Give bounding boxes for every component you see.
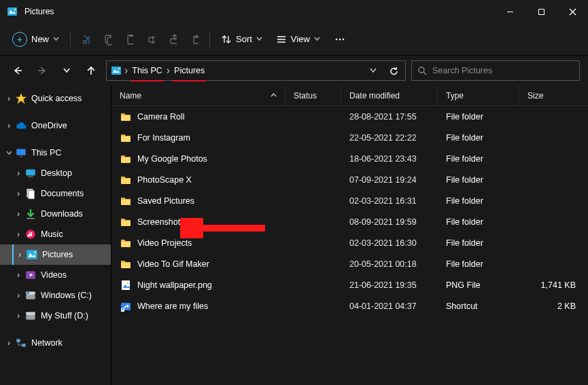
folder-icon: [120, 195, 132, 207]
forward-button[interactable]: [33, 61, 52, 80]
copy-button[interactable]: [97, 29, 118, 50]
file-size: 1,741 KB: [519, 280, 588, 290]
column-date[interactable]: Date modified: [341, 86, 438, 105]
refresh-button[interactable]: [385, 62, 402, 79]
sidebar-item-quick-access[interactable]: › Quick access: [0, 88, 111, 109]
table-row[interactable]: PhotoScape X07-09-2021 19:24File folder: [111, 169, 588, 190]
folder-icon: [120, 153, 132, 165]
address-history-button[interactable]: [364, 62, 382, 79]
svg-rect-38: [16, 149, 26, 155]
address-bar[interactable]: › This PC › Pictures: [106, 60, 406, 81]
table-row[interactable]: Night wallpaper.png21-06-2021 19:35PNG F…: [111, 274, 588, 295]
up-button[interactable]: [82, 61, 101, 80]
svg-rect-46: [27, 250, 37, 259]
cut-button[interactable]: [75, 29, 97, 50]
sidebar: › Quick access › OneDrive This PC › Desk…: [0, 86, 111, 385]
view-button[interactable]: View: [269, 30, 327, 49]
table-row[interactable]: Video To Gif Maker20-05-2021 00:18File f…: [111, 253, 588, 274]
chevron-right-icon: ›: [12, 230, 24, 239]
svg-rect-17: [171, 39, 177, 43]
table-row[interactable]: For Instagram22-05-2021 22:22File folder: [111, 127, 588, 148]
drive-icon: [24, 289, 37, 301]
column-status[interactable]: Status: [286, 86, 341, 105]
folder-icon: [120, 216, 132, 228]
sidebar-item-desktop[interactable]: › Desktop: [0, 163, 111, 183]
more-button[interactable]: [327, 29, 353, 50]
chevron-down-icon: [53, 36, 59, 42]
svg-marker-37: [16, 93, 27, 104]
new-button[interactable]: + New: [5, 28, 66, 51]
chevron-right-icon: ›: [12, 291, 24, 300]
file-name: Video Projects: [137, 238, 192, 248]
sidebar-item-documents[interactable]: › Documents: [0, 183, 111, 204]
paste-button[interactable]: [118, 29, 140, 50]
sidebar-item-label: Desktop: [41, 168, 72, 178]
share-icon: [169, 33, 177, 45]
table-row[interactable]: Video Projects02-03-2021 16:30File folde…: [111, 232, 588, 253]
monitor-icon: [15, 147, 27, 159]
maximize-button[interactable]: [525, 0, 557, 23]
sidebar-item-label: OneDrive: [31, 121, 67, 130]
title-bar: Pictures: [0, 0, 588, 23]
file-name: Video To Gif Maker: [137, 259, 209, 269]
file-date: 07-09-2021 19:24: [341, 175, 438, 185]
search-box[interactable]: [411, 60, 580, 81]
sidebar-item-pictures[interactable]: › Pictures: [0, 244, 111, 265]
search-input[interactable]: [432, 66, 574, 75]
file-date: 02-03-2021 16:30: [341, 238, 438, 248]
chevron-right-icon: ›: [12, 189, 24, 198]
breadcrumb-pictures[interactable]: Pictures: [173, 65, 206, 77]
svg-line-36: [423, 72, 426, 75]
folder-icon: [120, 174, 132, 186]
share-button[interactable]: [162, 29, 184, 50]
svg-point-2: [14, 9, 16, 11]
drive-icon: [24, 310, 37, 322]
rename-button[interactable]: [140, 29, 162, 50]
recent-button[interactable]: [57, 61, 76, 80]
table-row[interactable]: Camera Roll28-08-2021 17:55File folder: [111, 106, 588, 127]
sidebar-item-windows-c[interactable]: › Windows (C:): [0, 285, 111, 306]
chevron-right-icon: ›: [12, 209, 24, 219]
svg-rect-40: [26, 169, 35, 175]
sidebar-item-music[interactable]: › Music: [0, 224, 111, 244]
downloads-icon: [24, 208, 37, 220]
table-row[interactable]: Screenshots08-09-2021 19:59File folder: [111, 211, 588, 232]
delete-button[interactable]: [184, 29, 205, 50]
column-type[interactable]: Type: [438, 86, 519, 105]
sidebar-item-videos[interactable]: › Videos: [0, 265, 111, 285]
folder-icon: [120, 237, 132, 249]
sidebar-item-onedrive[interactable]: › OneDrive: [0, 115, 111, 136]
column-size[interactable]: Size: [519, 86, 588, 105]
sidebar-item-label: My Stuff (D:): [41, 311, 88, 320]
sidebar-item-my-stuff-d[interactable]: › My Stuff (D:): [0, 306, 111, 326]
trash-icon: [190, 33, 198, 45]
svg-rect-60: [122, 280, 130, 290]
sidebar-item-label: Music: [41, 230, 63, 239]
file-type: File folder: [438, 133, 519, 143]
sidebar-item-this-pc[interactable]: This PC: [0, 143, 111, 163]
svg-rect-54: [26, 315, 35, 320]
close-button[interactable]: [557, 0, 588, 23]
sidebar-item-network[interactable]: › Network: [0, 333, 111, 353]
sort-button[interactable]: Sort: [214, 30, 269, 49]
chevron-right-icon: ›: [12, 168, 24, 178]
chevron-right-icon: ›: [167, 65, 170, 77]
minimize-button[interactable]: [494, 0, 525, 23]
back-button[interactable]: [8, 61, 27, 80]
file-date: 04-01-2021 04:37: [341, 301, 438, 311]
scissors-icon: [82, 33, 90, 45]
file-type: File folder: [438, 217, 519, 227]
image-file-icon: [120, 279, 132, 291]
table-row[interactable]: My Google Photos18-06-2021 23:43File fol…: [111, 148, 588, 169]
main-area: › Quick access › OneDrive This PC › Desk…: [0, 86, 588, 385]
separator: [70, 31, 71, 48]
column-name[interactable]: Name: [111, 86, 286, 105]
table-row[interactable]: Saved Pictures02-03-2021 16:31File folde…: [111, 190, 588, 211]
breadcrumb-this-pc[interactable]: This PC: [131, 65, 163, 77]
videos-icon: [24, 269, 37, 281]
table-row[interactable]: Where are my files04-01-2021 04:37Shortc…: [111, 295, 588, 316]
location-icon: [111, 65, 122, 76]
svg-rect-18: [194, 37, 198, 43]
sidebar-item-downloads[interactable]: › Downloads: [0, 204, 111, 224]
svg-point-34: [118, 68, 120, 70]
